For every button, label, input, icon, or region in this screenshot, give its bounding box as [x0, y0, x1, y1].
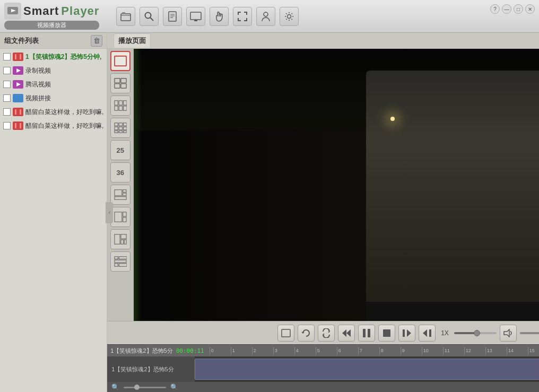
- prev-frame-btn[interactable]: [398, 325, 415, 342]
- maximize-btn[interactable]: □: [514, 4, 523, 14]
- svg-rect-60: [119, 257, 127, 259]
- list-item[interactable]: 醋留白菜这样做，好吃到嘛,: [0, 119, 107, 133]
- layout-36-label: 36: [117, 169, 124, 177]
- crop-btn[interactable]: [277, 325, 294, 342]
- svg-rect-34: [119, 101, 122, 105]
- timeline-track: 1【笑镇惊魂2】恐怖5分: [107, 356, 539, 382]
- item-checkbox[interactable]: [3, 53, 11, 60]
- item-icon-video: [13, 66, 23, 75]
- layout-btn-custom1[interactable]: [110, 185, 131, 205]
- svg-rect-52: [115, 212, 122, 222]
- replay-btn[interactable]: [298, 325, 315, 342]
- svg-rect-24: [20, 109, 21, 115]
- layout-btn-single[interactable]: [110, 51, 131, 71]
- svg-rect-31: [115, 84, 120, 88]
- list-item[interactable]: 腾讯视频: [0, 77, 107, 91]
- speed-slider[interactable]: [454, 332, 497, 334]
- search-btn[interactable]: [140, 7, 159, 26]
- ruler-mark: 5: [316, 347, 337, 354]
- stop-btn[interactable]: [378, 325, 395, 342]
- timeline-blocks[interactable]: [195, 356, 539, 382]
- svg-rect-57: [121, 240, 124, 244]
- layout-btn-custom4[interactable]: [110, 251, 131, 272]
- sidebar-collapse-btn[interactable]: ‹: [106, 202, 113, 223]
- list-item[interactable]: 1【笑镇惊魂2】恐怖5分钟,: [0, 50, 107, 64]
- svg-rect-28: [115, 56, 126, 66]
- sidebar-delete-btn[interactable]: 🗑: [91, 35, 102, 47]
- ruler-mark: 1: [231, 347, 252, 354]
- svg-marker-77: [504, 329, 509, 337]
- volume-slider-container: [520, 332, 539, 334]
- play-tab[interactable]: 播放页面: [114, 33, 151, 48]
- content-area: 播放页面: [107, 33, 539, 392]
- item-checkbox[interactable]: [3, 67, 11, 74]
- zoom-slider[interactable]: [124, 387, 166, 388]
- item-checkbox[interactable]: [3, 81, 11, 88]
- item-checkbox[interactable]: [3, 108, 11, 116]
- title-bar: Smart Player 视频播放器 ? —: [0, 0, 539, 33]
- layout-btn-25[interactable]: 25: [110, 140, 131, 160]
- layout-btn-custom2[interactable]: [110, 207, 131, 227]
- svg-rect-71: [368, 329, 370, 337]
- list-item[interactable]: 醋留白菜这样做，好吃到嘛,: [0, 105, 107, 119]
- person-btn[interactable]: [256, 7, 275, 26]
- item-icon-film: [13, 121, 23, 130]
- volume-icon[interactable]: [500, 325, 517, 342]
- loop-btn[interactable]: [318, 325, 335, 342]
- ruler-mark: 9: [401, 347, 422, 354]
- toolbar: [116, 7, 299, 26]
- close-btn[interactable]: ✕: [525, 4, 535, 14]
- window-controls: ? — □ ✕: [490, 4, 535, 14]
- video-area: — □ ✕: [134, 49, 539, 321]
- zoom-thumb[interactable]: [134, 385, 140, 390]
- svg-rect-33: [115, 101, 118, 105]
- item-checkbox[interactable]: [3, 94, 11, 102]
- svg-rect-45: [115, 131, 118, 133]
- svg-rect-58: [124, 240, 126, 244]
- item-icon-film: [13, 108, 23, 116]
- layout-btn-custom3[interactable]: [110, 229, 131, 249]
- track-label-col: 1【笑镇惊魂2】恐怖5分: [107, 356, 195, 382]
- svg-rect-2: [121, 14, 131, 21]
- item-checkbox[interactable]: [3, 122, 11, 129]
- list-item[interactable]: 视频拼接: [0, 91, 107, 105]
- screen-btn[interactable]: [186, 7, 205, 26]
- minimize-btn[interactable]: —: [502, 4, 511, 14]
- ruler-mark: 7: [358, 347, 379, 354]
- main-layout: 组文件列表 🗑 1【笑镇惊魂2】恐怖5分钟, 录制视频: [0, 33, 539, 392]
- open-file-btn[interactable]: [116, 7, 135, 26]
- fullscreen-btn[interactable]: [233, 7, 252, 26]
- video-canvas: — □ ✕: [134, 49, 539, 321]
- sidebar-title: 组文件列表: [4, 36, 39, 46]
- zoom-in-btn[interactable]: 🔍: [170, 384, 178, 391]
- document-btn[interactable]: [163, 7, 182, 26]
- speed-slider-container: [454, 332, 497, 334]
- layout-btn-six[interactable]: [110, 95, 131, 116]
- title-smart: Smart: [23, 4, 59, 18]
- svg-rect-26: [15, 123, 16, 128]
- pause-btn[interactable]: [358, 325, 375, 342]
- logo-icon: [4, 3, 21, 20]
- settings-btn[interactable]: [280, 7, 299, 26]
- list-item[interactable]: 录制视频: [0, 64, 107, 77]
- item-label: 视频拼接: [25, 94, 103, 103]
- ruler-mark: 11: [443, 347, 464, 354]
- layout-btn-36[interactable]: 36: [110, 162, 131, 182]
- svg-rect-44: [123, 127, 126, 130]
- svg-rect-70: [363, 329, 366, 337]
- svg-rect-48: [115, 190, 122, 196]
- next-frame-btn[interactable]: [419, 325, 436, 342]
- middle-row: 25 36: [107, 49, 539, 321]
- svg-rect-49: [123, 190, 126, 193]
- layout-btn-four[interactable]: [110, 73, 131, 93]
- svg-rect-47: [123, 131, 126, 133]
- hand-btn[interactable]: [210, 7, 229, 26]
- help-btn[interactable]: ?: [490, 4, 500, 14]
- rewind-btn[interactable]: [338, 325, 355, 342]
- svg-marker-69: [346, 329, 351, 337]
- layout-btn-nine[interactable]: [110, 118, 131, 138]
- svg-rect-53: [123, 212, 126, 216]
- volume-slider[interactable]: [520, 332, 539, 334]
- svg-point-4: [145, 12, 151, 18]
- zoom-out-btn[interactable]: 🔍: [111, 384, 119, 391]
